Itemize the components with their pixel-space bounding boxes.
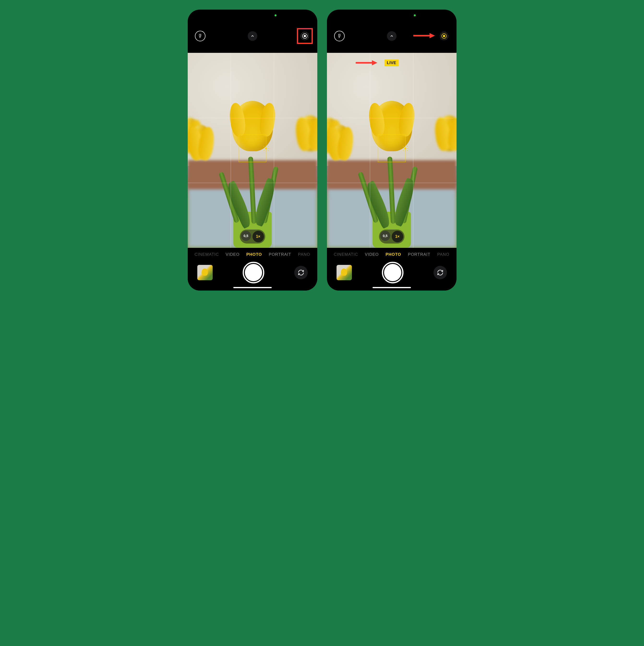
shutter-button[interactable] [382, 262, 403, 283]
exposure-sun-icon[interactable] [402, 145, 408, 151]
focus-indicator[interactable] [239, 134, 266, 162]
live-photo-button[interactable] [299, 31, 310, 41]
live-photo-icon [439, 31, 449, 41]
mode-video[interactable]: VIDEO [226, 252, 240, 257]
mode-cinematic[interactable]: CINEMATIC [334, 252, 358, 257]
zoom-0-5x-button[interactable]: 0,5 [241, 231, 251, 241]
live-photo-icon [300, 31, 310, 41]
home-indicator[interactable] [373, 287, 411, 288]
annotation-arrow-icon [413, 32, 435, 39]
camera-top-bar [327, 10, 457, 53]
camera-viewfinder[interactable]: 0,5 1× [188, 53, 317, 248]
live-photo-button[interactable] [439, 31, 449, 41]
flash-button[interactable] [334, 31, 345, 41]
mode-portrait[interactable]: PORTRAIT [269, 252, 291, 257]
shutter-button[interactable] [243, 262, 264, 283]
camera-settings-expand-button[interactable] [387, 31, 397, 41]
svg-line-10 [264, 150, 264, 150]
svg-point-12 [443, 35, 445, 37]
camera-flip-icon [437, 269, 443, 276]
mode-pano[interactable]: PANO [437, 252, 449, 257]
camera-settings-expand-button[interactable] [248, 31, 257, 41]
last-photo-thumbnail[interactable] [197, 265, 213, 280]
camera-flip-button[interactable] [433, 266, 447, 279]
last-photo-thumbnail[interactable] [337, 265, 352, 280]
screenshot-right: LIVE 0,5 1× CINEMATIC VIDEO PHOTO [327, 10, 457, 291]
camera-bottom-controls [188, 259, 317, 291]
svg-point-19 [404, 147, 406, 149]
zoom-controls: 0,5 1× [240, 230, 265, 243]
svg-line-9 [268, 146, 268, 146]
camera-modes-bar[interactable]: CINEMATIC VIDEO PHOTO PORTRAIT PANO [188, 248, 317, 259]
svg-line-27 [407, 150, 408, 150]
flash-icon [198, 34, 202, 38]
svg-line-24 [403, 146, 403, 146]
svg-line-25 [407, 146, 408, 146]
chevron-up-icon [390, 34, 394, 38]
svg-line-8 [264, 146, 264, 146]
svg-line-11 [268, 150, 268, 150]
svg-point-0 [304, 35, 306, 37]
camera-flip-button[interactable] [294, 266, 308, 279]
exposure-sun-icon[interactable] [263, 145, 269, 151]
mode-photo[interactable]: PHOTO [385, 252, 401, 257]
camera-top-bar [188, 10, 317, 53]
chevron-up-icon [250, 34, 255, 38]
svg-marker-16 [429, 33, 435, 38]
camera-viewfinder[interactable]: LIVE 0,5 1× [327, 53, 457, 248]
focus-indicator[interactable] [378, 134, 405, 162]
camera-bottom-controls [327, 259, 457, 291]
mode-pano[interactable]: PANO [298, 252, 310, 257]
zoom-0-5x-button[interactable]: 0,5 [380, 231, 390, 241]
zoom-controls: 0,5 1× [379, 230, 404, 243]
camera-flip-icon [298, 269, 304, 276]
camera-modes-bar[interactable]: CINEMATIC VIDEO PHOTO PORTRAIT PANO [327, 248, 457, 259]
flash-button[interactable] [195, 31, 206, 41]
mode-video[interactable]: VIDEO [365, 252, 379, 257]
zoom-1x-button[interactable]: 1× [253, 231, 264, 242]
zoom-1x-button[interactable]: 1× [392, 231, 403, 242]
svg-line-26 [403, 150, 403, 150]
svg-point-3 [265, 147, 267, 149]
mode-portrait[interactable]: PORTRAIT [408, 252, 430, 257]
home-indicator[interactable] [233, 287, 272, 288]
mode-cinematic[interactable]: CINEMATIC [195, 252, 219, 257]
mode-photo[interactable]: PHOTO [246, 252, 262, 257]
flash-icon [337, 34, 342, 38]
live-badge: LIVE [385, 60, 399, 66]
screenshot-left: 0,5 1× CINEMATIC VIDEO PHOTO PORTRAIT PA… [188, 10, 317, 291]
